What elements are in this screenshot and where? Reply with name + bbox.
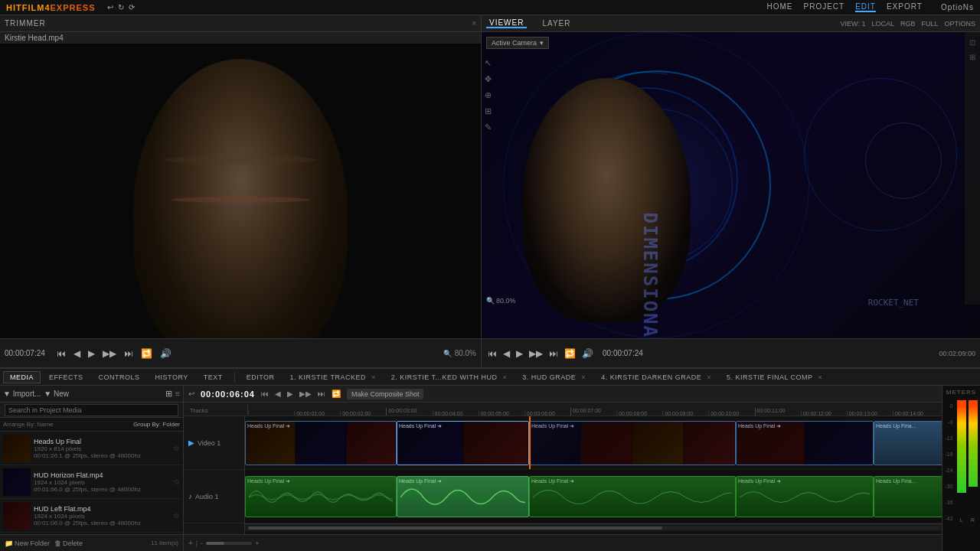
full-label[interactable]: FULL <box>921 20 938 28</box>
vt-pen-icon[interactable]: ✎ <box>485 122 492 132</box>
btab-kirstie-tracked[interactable]: 1. KIRSTIE TRACKED × <box>283 371 383 383</box>
vt-move-icon[interactable]: ✥ <box>485 74 492 84</box>
media-item-2[interactable]: HUD Horizon Flat.mp4 1924 x 1024 pixels … <box>0 465 183 499</box>
audio-clip-selected[interactable]: Heads Up Final ➜ <box>397 476 529 517</box>
vc-step-back[interactable]: ◀ <box>501 348 511 359</box>
vt-select-icon[interactable]: ↖ <box>485 58 492 68</box>
playhead[interactable] <box>529 416 531 469</box>
btab-kirstie-hud[interactable]: 2. KIRSTIE T...KED WITH HUD × <box>384 371 514 383</box>
tl-zoom-out[interactable]: - <box>201 540 203 547</box>
vc-prev[interactable]: ⏮ <box>486 348 498 359</box>
vt-crop-icon[interactable]: ⊞ <box>485 106 492 116</box>
rt-fit-icon[interactable]: ⊡ <box>969 38 975 47</box>
tc-next-frame[interactable]: ⏭ <box>122 348 136 359</box>
refresh-icon[interactable]: ⟳ <box>129 3 135 11</box>
view-label[interactable]: VIEW: 1 <box>841 20 866 28</box>
list-view-icon[interactable]: ≡ <box>175 389 180 399</box>
video-clip-4[interactable]: Heads Up Fina... <box>874 421 942 465</box>
btab-close-2[interactable]: × <box>503 373 508 381</box>
btab-darken[interactable]: 4. KIRSTIE DARKEN GRADE × <box>594 371 718 383</box>
track-label-video[interactable]: ▶ Video 1 <box>184 416 244 470</box>
vc-loop[interactable]: 🔁 <box>563 348 577 359</box>
layer-tab[interactable]: LAYER <box>539 19 573 28</box>
tl-add-track[interactable]: + <box>188 539 193 547</box>
tc-prev-frame[interactable]: ⏮ <box>54 348 68 359</box>
btab-close-4[interactable]: × <box>707 373 711 381</box>
nav-options[interactable]: OptioNs <box>941 3 974 11</box>
vt-zoom-icon[interactable]: ⊕ <box>485 90 492 100</box>
media-star-1[interactable]: ☆ <box>173 444 180 452</box>
btab-hud-grade[interactable]: 3. HUD GRADE × <box>515 371 593 383</box>
tc-step-forward[interactable]: ▶▶ <box>100 348 119 359</box>
video-clip-selected[interactable]: Heads Up Final ➜ <box>397 421 529 465</box>
tl-zoom-thumb[interactable] <box>206 542 224 545</box>
btab-editor[interactable]: EDITOR <box>240 371 282 383</box>
video-clip-2[interactable]: Heads Up Final ➜ <box>529 421 736 465</box>
eh-loop-icon[interactable]: ↩ <box>188 390 194 398</box>
viewer-tab[interactable]: VIEWER <box>486 18 527 28</box>
options-label[interactable]: OPTIONS <box>944 20 975 28</box>
eh-play[interactable]: ▶ <box>287 390 293 398</box>
tc-step-back[interactable]: ◀ <box>71 348 83 359</box>
media-star-3[interactable]: ☆ <box>173 511 180 520</box>
btab-close-1[interactable]: × <box>371 373 376 381</box>
eh-next[interactable]: ⏭ <box>318 390 325 398</box>
eh-step-back[interactable]: ◀ <box>275 390 281 398</box>
btab-media[interactable]: MEDIA <box>3 371 41 383</box>
tc-audio[interactable]: 🔊 <box>158 348 174 359</box>
btab-controls[interactable]: CONTROLS <box>92 371 147 383</box>
import-btn[interactable]: ▼ Import... <box>3 390 41 398</box>
viewer-right-tools: ⊡ ⊞ <box>965 32 980 305</box>
eh-step-fwd[interactable]: ▶▶ <box>299 390 312 398</box>
audio-clip-2[interactable]: Heads Up Final ➜ <box>529 476 736 517</box>
delete-btn[interactable]: 🗑 Delete <box>54 540 83 547</box>
eh-loop2[interactable]: 🔁 <box>332 390 341 398</box>
tc-play[interactable]: ▶ <box>86 348 97 359</box>
btab-close-5[interactable]: × <box>818 373 822 381</box>
btab-text[interactable]: TEXT <box>197 371 230 383</box>
btab-history[interactable]: HISTORY <box>149 371 195 383</box>
media-search-input[interactable] <box>5 404 178 416</box>
vc-play[interactable]: ▶ <box>514 348 524 359</box>
rgb-label[interactable]: RGB <box>900 20 916 28</box>
trimmer-close[interactable]: × <box>472 19 476 28</box>
local-label[interactable]: LOCAL <box>871 20 894 28</box>
timeline-scrollbar[interactable] <box>245 523 942 531</box>
tc-loop[interactable]: 🔁 <box>139 348 155 359</box>
scrollbar-track[interactable] <box>248 527 939 530</box>
audio-clip-1[interactable]: Heads Up Final ➜ <box>245 476 397 517</box>
btab-close-3[interactable]: × <box>581 373 586 381</box>
group-label[interactable]: Group By: Folder <box>133 421 180 428</box>
btab-effects[interactable]: EFFECTS <box>42 371 90 383</box>
new-folder-btn[interactable]: 📁 New Folder <box>5 540 50 547</box>
camera-badge[interactable]: Active Camera ▾ <box>486 37 549 49</box>
vc-next[interactable]: ⏭ <box>547 348 560 359</box>
video-clip-1[interactable]: Heads Up Final ➜ <box>245 421 397 465</box>
eh-prev[interactable]: ⏮ <box>261 390 269 398</box>
rt-grid-icon[interactable]: ⊞ <box>969 53 975 61</box>
video-clip-3[interactable]: Heads Up Final ➜ <box>736 421 874 465</box>
audio-clip-3[interactable]: Heads Up Final ➜ <box>736 476 874 517</box>
audio-clip-4[interactable]: Heads Up Fina... <box>874 476 942 517</box>
make-comp-btn[interactable]: Make Composite Shot <box>347 389 424 399</box>
hud-face-skin <box>522 78 691 323</box>
tl-zoom-slider[interactable] <box>206 542 252 545</box>
nav-home[interactable]: HOME <box>766 2 792 12</box>
nav-export[interactable]: EXPORT <box>887 2 923 12</box>
btab-final[interactable]: 5. KIRSTIE FINAL COMP × <box>720 371 829 383</box>
media-item-1[interactable]: Heads Up Final 1920 x 814 pixels 00:01:2… <box>0 432 183 465</box>
nav-project[interactable]: PROJECT <box>803 2 844 12</box>
forward-icon[interactable]: ↻ <box>118 3 124 11</box>
media-star-2[interactable]: ☆ <box>173 478 180 486</box>
track-label-audio[interactable]: ♪ Audio 1 <box>184 470 244 523</box>
back-icon[interactable]: ↩ <box>107 3 113 11</box>
vc-audio[interactable]: 🔊 <box>580 348 595 359</box>
ruler-time-11: 00:00:11:00 <box>757 408 786 413</box>
grid-view-icon[interactable]: ⊞ <box>165 389 172 399</box>
vc-step-fwd[interactable]: ▶▶ <box>528 348 544 359</box>
tl-zoom-in[interactable]: + <box>255 540 259 547</box>
scrollbar-thumb[interactable] <box>248 527 662 530</box>
new-btn[interactable]: ▼ New <box>44 390 69 398</box>
media-item-3[interactable]: HUD Left Flat.mp4 1924 x 1024 pixels 00:… <box>0 499 183 533</box>
nav-edit[interactable]: EDIT <box>855 2 876 12</box>
